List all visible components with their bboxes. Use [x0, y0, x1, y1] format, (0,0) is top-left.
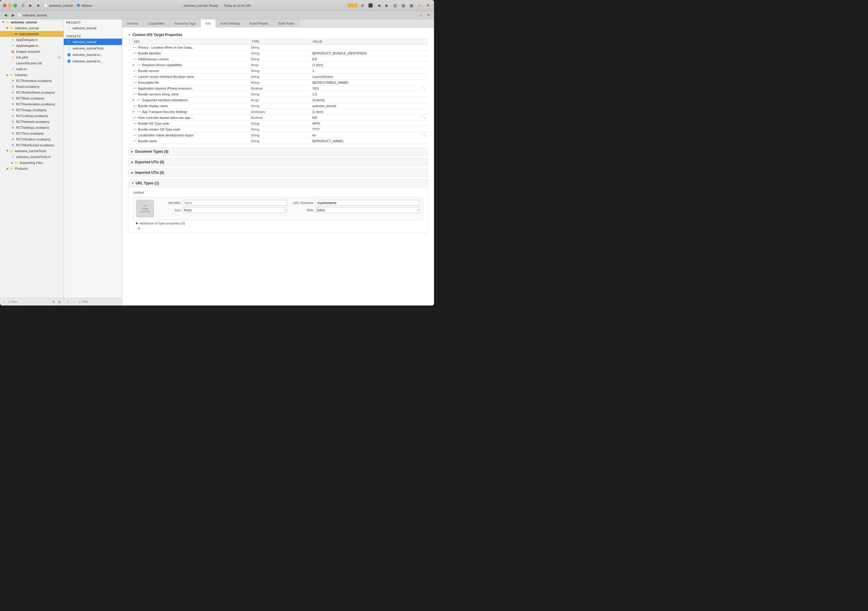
add-url-type-button[interactable]: +	[136, 226, 142, 231]
warning-badge[interactable]: ⚠ 12	[348, 3, 357, 7]
document-types-header[interactable]: ▶ Document Types (0)	[129, 148, 428, 155]
rctactionsheet-label: RCTActionSheet.xcodeproj	[16, 91, 55, 94]
sidebar-item-rctnetwork[interactable]: ⚙ RCTNetwork.xcodeproj	[0, 119, 64, 124]
executable-stepper[interactable]: ▲▼	[133, 81, 137, 83]
nav-item-target-webview[interactable]: 🔷 webview_tutorial	[64, 39, 122, 45]
stop-button[interactable]: ■	[35, 2, 42, 9]
icon-select[interactable]: None	[183, 207, 287, 213]
iphone-req-value-stepper[interactable]: ⌃⌄	[421, 87, 426, 90]
capabilities-stepper[interactable]: ▲▼	[137, 64, 141, 66]
add-file-button[interactable]: +	[2, 300, 6, 304]
sidebar-item-rctsettings[interactable]: ⚙ RCTSettings.xcodeproj	[0, 124, 64, 131]
maximize-button[interactable]	[14, 4, 17, 7]
imported-utis-header[interactable]: ▶ Imported UTIs (0)	[129, 169, 428, 176]
sidebar-item-main-m[interactable]: m main.m	[0, 66, 64, 72]
nav-item-target-tv2[interactable]: 🔷 webview_tutorial-tv...	[64, 58, 122, 64]
play-button[interactable]: ▶	[28, 2, 34, 9]
additional-url-props-toggle[interactable]: ▶ Additional url type properties (0)	[133, 220, 423, 226]
bundle-id-value: $(PRODUCT_BUNDLE_IDENTIFIER)	[310, 51, 428, 56]
tab-info[interactable]: Info	[201, 19, 215, 28]
value-column-header: Value	[311, 40, 428, 43]
nav-item-target-tests[interactable]: ◻ webview_tutorialTests	[64, 45, 122, 51]
layout1-button[interactable]: ▥	[392, 2, 398, 9]
tab-build-rules[interactable]: Build Rules	[273, 19, 299, 28]
tab-general[interactable]: General	[122, 19, 143, 28]
sidebar-item-rcttext[interactable]: ⚙ RCTText.xcodeproj	[0, 131, 64, 136]
sidebar-item-tests-folder[interactable]: ▶ 📁 webview_tutorialTests	[0, 148, 64, 154]
sidebar-item-webview-tutorial-folder[interactable]: ▶ 📁 webview_tutorial	[0, 25, 64, 31]
layout3-button[interactable]: ▣	[408, 2, 415, 9]
nav-item-target-tv1[interactable]: 🔷 webview_tutorial-tv...	[64, 51, 122, 58]
prop-row-capabilities[interactable]: ▶ ▲▼ Required device capabilities Array …	[128, 62, 428, 68]
nav-item-project[interactable]: 📄 webview_tutorial	[64, 25, 122, 31]
localization-stepper[interactable]: ▲▼	[133, 134, 137, 136]
bundle-ver-short-stepper[interactable]: ▲▼	[133, 93, 137, 95]
url-schemes-input[interactable]	[315, 200, 420, 206]
infodict-stepper[interactable]: ▲▼	[133, 58, 137, 60]
iphone-req-stepper[interactable]: ▲▼	[133, 87, 137, 89]
sidebar-item-rctlinking[interactable]: ⚙ RCTLinking.xcodeproj	[0, 113, 64, 119]
close-button[interactable]	[3, 4, 6, 7]
sidebar-item-rctgeolocation[interactable]: ⚙ RCTGeolocation.xcodeproj	[0, 101, 64, 107]
sidebar-item-appdelegate-m[interactable]: m AppDelegate.m	[0, 43, 64, 48]
bundle-os-key-label: Bundle OS Type code	[138, 122, 169, 125]
tab-build-phases[interactable]: Build Phases	[245, 19, 273, 28]
orientations-stepper[interactable]: ▲▼	[137, 99, 141, 101]
bundle-os-stepper[interactable]: ▲▼	[133, 122, 137, 124]
sidebar-item-rctwebsocket[interactable]: ⚙ RCTWebSocket.xcodeproj	[0, 142, 64, 148]
bundle-display-stepper[interactable]: ▲▼	[133, 105, 137, 107]
localization-value-stepper[interactable]: ⌃⌄	[421, 134, 426, 137]
sidebar-item-supporting-files[interactable]: ▶ 📁 Supporting Files	[0, 160, 64, 166]
sidebar-item-main-jsbundle[interactable]: JS main.jsbundle	[0, 31, 64, 37]
sidebar-item-images-xcassets[interactable]: 🎨 Images.xcassets	[0, 48, 64, 54]
back-button[interactable]: ◀	[2, 12, 9, 19]
forward-button[interactable]: ▶	[10, 12, 16, 19]
sidebar-item-libraries[interactable]: ▶ 📁 Libraries	[0, 72, 64, 78]
bundle-creator-stepper[interactable]: ▲▼	[133, 128, 137, 130]
sort-button[interactable]: ⇅	[51, 300, 56, 304]
nav-back-button[interactable]: ◀	[375, 2, 382, 9]
statusbar-value-stepper[interactable]: ⌃⌄	[421, 116, 426, 119]
sidebar-item-root[interactable]: ▶ 📁 webview_tutorial	[0, 19, 64, 25]
custom-properties-section-header[interactable]: ▼ Custom iOS Target Properties	[128, 31, 428, 39]
sidebar-item-appdelegate-h[interactable]: h AppDelegate.h	[0, 37, 64, 43]
sidebar-item-rctvibration[interactable]: ⚙ RCTVibration.xcodeproj	[0, 136, 64, 142]
bundle-name-stepper[interactable]: ▲▼	[133, 140, 137, 142]
privacy-stepper[interactable]: ▲▼	[133, 46, 137, 48]
sidebar-item-products[interactable]: ▶ 📁 Products	[0, 166, 64, 171]
tab-capabilities[interactable]: Capabilities	[143, 19, 170, 28]
sidebar-item-info-plist[interactable]: 📋 Info.plist M	[0, 54, 64, 60]
prop-row-orientations[interactable]: ▶ ▲▼ Supported interface orientations Ar…	[128, 97, 428, 103]
sidebar-toggle-button[interactable]: ☰	[20, 2, 26, 9]
sidebar-item-react[interactable]: ⚙ React.xcodeproj	[0, 84, 64, 90]
minimize-button[interactable]	[8, 4, 12, 7]
prop-row-ats[interactable]: ▶ ▲▼ App Transport Security Settings Dic…	[128, 109, 428, 115]
remove-target-button[interactable]: −	[71, 300, 76, 304]
sidebar-item-launchscreen-xib[interactable]: 📄 LaunchScreen.xib	[0, 60, 64, 66]
add-target-button[interactable]: +	[65, 300, 70, 304]
sidebar-item-rctblob[interactable]: ⚙ RCTBlob.xcodeproj	[0, 95, 64, 101]
project-icon: 📄	[44, 3, 48, 7]
launch-screen-stepper[interactable]: ▲▼	[133, 76, 137, 78]
bundle-id-stepper[interactable]: ▲▼	[133, 52, 137, 54]
sidebar-item-tests-m[interactable]: m webview_tutorialTests.m	[0, 154, 64, 160]
role-select[interactable]: Editor	[315, 207, 420, 213]
grid-button[interactable]: ⊞	[57, 300, 62, 304]
sidebar-item-rctimage[interactable]: ⚙ RCTImage.xcodeproj	[0, 107, 64, 113]
sidebar-item-rctactionsheet[interactable]: ⚙ RCTActionSheet.xcodeproj	[0, 90, 64, 95]
tab-resource-tags[interactable]: Resource Tags	[170, 19, 201, 28]
exported-utis-header[interactable]: ▶ Exported UTIs (0)	[129, 158, 428, 166]
identifier-input[interactable]	[183, 200, 287, 206]
nav-forward-button[interactable]: ▶	[384, 2, 390, 9]
layout2-button[interactable]: ▦	[400, 2, 406, 9]
identifier-field-group: Identifier	[157, 200, 287, 206]
sidebar-item-rctanimation[interactable]: ⚙ RCTAnimation.xcodeproj	[0, 78, 64, 84]
root-folder-icon: 📁	[5, 20, 10, 25]
grid-view-button[interactable]: ⊞	[359, 2, 366, 9]
panel-button[interactable]: ⬛	[367, 2, 374, 9]
bundle-ver-stepper[interactable]: ▲▼	[133, 70, 137, 72]
statusbar-stepper[interactable]: ▲▼	[133, 117, 137, 118]
tab-build-settings[interactable]: Build Settings	[216, 19, 245, 28]
url-types-header[interactable]: ▼ URL Types (1)	[129, 179, 428, 187]
ats-stepper[interactable]: ▲▼	[137, 110, 141, 113]
